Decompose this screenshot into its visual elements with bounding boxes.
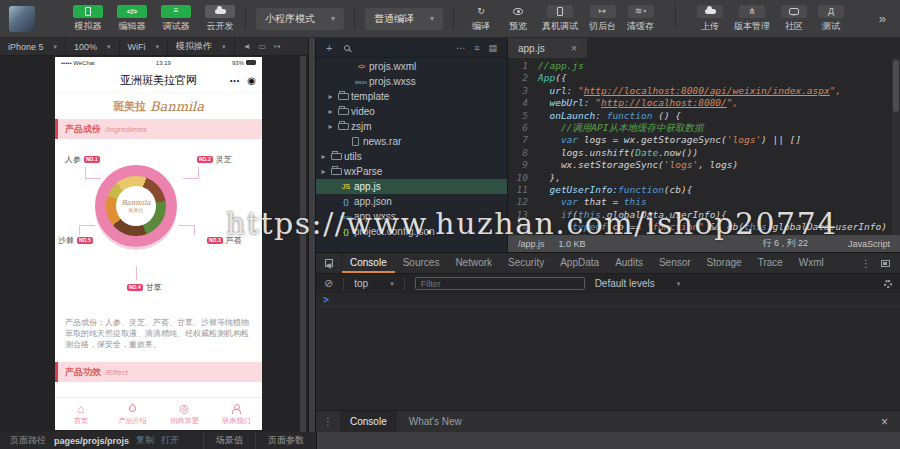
toggle-panel-icon[interactable]: ▤: [488, 43, 497, 53]
scene-value-button[interactable]: 场景值: [203, 432, 255, 449]
devtools-tab-security[interactable]: Security: [500, 253, 552, 273]
tabbar-item-drop[interactable]: 产品介绍: [107, 398, 159, 430]
devtools-tab-sensor[interactable]: Sensor: [651, 253, 699, 273]
upload-button[interactable]: 上传: [697, 5, 723, 33]
collapse-all-icon[interactable]: ≡: [474, 43, 479, 53]
tree-item-app.json[interactable]: {}app.json: [316, 194, 507, 209]
compile-mode-select[interactable]: 普通编译 ▾: [365, 8, 443, 30]
zoom-select[interactable]: 100% ▾: [66, 38, 120, 55]
folder-arrow-icon[interactable]: ▸: [326, 92, 335, 101]
more-icon[interactable]: ⋯: [456, 43, 465, 53]
clear-cache-button[interactable]: ≋▾ 清缓存: [627, 5, 654, 33]
device-debug-button[interactable]: 真机调试: [542, 5, 578, 33]
preview-button[interactable]: 预览: [505, 5, 531, 33]
log-levels-select[interactable]: Default levels ▾: [595, 278, 681, 289]
drawer-tab-console[interactable]: Console: [340, 411, 397, 432]
speaker-icon[interactable]: ◄: [243, 42, 251, 51]
tabbar-item-target[interactable]: ◎招商加盟: [159, 398, 211, 430]
chevron-down-icon: ▾: [643, 8, 646, 14]
network-select[interactable]: WiFi ▾: [120, 38, 169, 55]
tree-item-zsjm[interactable]: ▸zsjm: [316, 119, 507, 134]
tabbar-item-home[interactable]: ⌂首页: [55, 398, 107, 430]
close-capsule-icon[interactable]: ◉: [247, 75, 256, 86]
community-button[interactable]: 社区: [781, 5, 807, 33]
devtools-tab-sources[interactable]: Sources: [395, 253, 448, 273]
kebab-menu-icon[interactable]: ⋮: [861, 258, 871, 269]
console-prompt[interactable]: >: [323, 294, 329, 305]
tabbar-label: 产品介绍: [119, 416, 147, 426]
tree-item-project.config.json[interactable]: {}project.config.json: [316, 224, 507, 239]
devtools-tab-network[interactable]: Network: [447, 253, 500, 273]
open-path-link[interactable]: 打开: [161, 434, 179, 447]
tree-item-app.js[interactable]: JSapp.js: [316, 179, 507, 194]
devtools-tab-storage[interactable]: Storage: [699, 253, 750, 273]
simulate-action-select[interactable]: 模拟操作 ▾: [168, 38, 235, 55]
whats-new-link[interactable]: What's New: [409, 416, 462, 427]
editor-scrollbar[interactable]: [892, 58, 900, 235]
devtools-tab-wxml[interactable]: Wxml: [791, 253, 832, 273]
chevron-down-icon: ▾: [54, 43, 58, 51]
clear-console-icon[interactable]: ⊘: [324, 277, 333, 290]
jsong-file-icon: {}: [338, 227, 354, 236]
tree-item-projs.wxss[interactable]: wxssprojs.wxss: [316, 74, 507, 89]
file-file-icon: [347, 137, 363, 146]
debugger-toggle-button[interactable]: ≡ 调试器: [161, 5, 191, 33]
cloud-dev-button[interactable]: 云开发: [205, 5, 235, 33]
tree-item-app.wxss[interactable]: wxssapp.wxss: [316, 209, 507, 224]
simulator-toggle-button[interactable]: 模拟器: [73, 5, 103, 33]
code-editor-panel: app.js × 1//app.js2App({3 url: "http://l…: [508, 38, 900, 252]
simulator-scrollbar[interactable]: [300, 56, 306, 432]
copy-path-link[interactable]: 复制: [136, 434, 154, 447]
tabbar-item-person[interactable]: 联系我们: [210, 398, 262, 430]
tree-item-video[interactable]: ▸video: [316, 104, 507, 119]
device-frame-icon[interactable]: ▭: [259, 42, 267, 51]
context-select[interactable]: top ▾: [354, 278, 393, 289]
tree-item-projs.wxml[interactable]: <>projs.wxml: [316, 59, 507, 74]
page-params-button[interactable]: 页面参数: [255, 432, 316, 449]
devtools-tab-trace[interactable]: Trace: [750, 253, 791, 273]
version-control-button[interactable]: ⋔ 版本管理: [734, 5, 770, 33]
compile-button[interactable]: ↻ 编译: [468, 5, 494, 33]
user-avatar[interactable]: [9, 6, 35, 32]
phone-icon: [85, 7, 91, 16]
kebab-menu-icon[interactable]: ⋮: [316, 416, 340, 427]
mode-select[interactable]: 小程序模式 ▾: [256, 8, 344, 30]
folder-arrow-icon[interactable]: ▸: [326, 122, 335, 131]
tree-item-template[interactable]: ▸template: [316, 89, 507, 104]
tree-item-news.rar[interactable]: news.rar: [316, 134, 507, 149]
folder-arrow-icon[interactable]: ▸: [319, 167, 328, 176]
more-menu-icon[interactable]: •••: [230, 77, 240, 84]
collapse-panel-icon[interactable]: ↦: [274, 42, 281, 51]
folder-arrow-icon[interactable]: ▸: [326, 107, 335, 116]
close-icon[interactable]: ×: [571, 42, 577, 54]
dock-side-icon[interactable]: [881, 260, 890, 267]
language-label[interactable]: JavaScript: [848, 239, 890, 249]
devtools-tab-appdata[interactable]: AppData: [552, 253, 607, 273]
chevron-down-icon: ▾: [107, 43, 111, 51]
editor-tab-appjs[interactable]: app.js ×: [508, 38, 587, 58]
add-file-icon[interactable]: +: [326, 42, 332, 54]
inspect-element-button[interactable]: [316, 253, 342, 273]
number-badge: NO.1: [84, 156, 100, 163]
more-actions-button[interactable]: »: [879, 11, 886, 26]
toolbar-actions: ↻ 编译 预览 真机调试 ↦ 切后台 ≋▾ 清缓存 上传: [468, 5, 844, 33]
background-switch-button[interactable]: ↦ 切后台: [589, 5, 616, 33]
console-output[interactable]: >: [316, 293, 900, 410]
editor-toggle-button[interactable]: </> 编辑器: [117, 5, 147, 33]
devtools-tab-audits[interactable]: Audits: [607, 253, 651, 273]
devtools-tab-console[interactable]: Console: [342, 253, 395, 273]
device-select[interactable]: iPhone 5 ▾: [0, 38, 66, 55]
code-area[interactable]: 1//app.js2App({3 url: "http://localhost:…: [508, 58, 900, 235]
connector-line: [136, 266, 137, 280]
folder-arrow-icon[interactable]: ▸: [319, 152, 328, 161]
wxss-file-icon: wxss: [353, 79, 369, 85]
console-filter-input[interactable]: [415, 277, 585, 290]
close-icon[interactable]: ×: [881, 415, 888, 429]
panel-splitter[interactable]: [308, 38, 316, 432]
test-button[interactable]: Д 测试: [818, 5, 844, 33]
search-icon[interactable]: [344, 45, 350, 51]
gear-icon[interactable]: [884, 280, 892, 288]
line-number: 1: [508, 60, 538, 72]
tree-item-wxParse[interactable]: ▸wxParse: [316, 164, 507, 179]
tree-item-utils[interactable]: ▸utils: [316, 149, 507, 164]
